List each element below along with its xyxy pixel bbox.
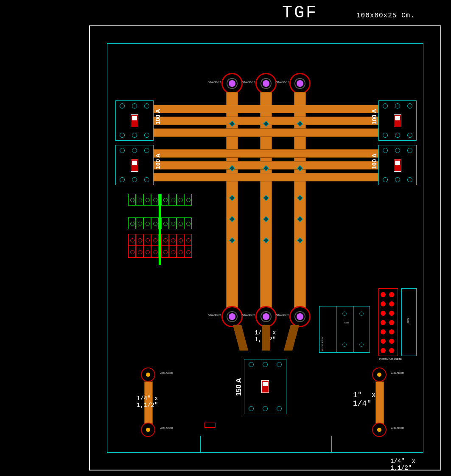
din-brand-label: ABB xyxy=(407,318,409,323)
small-marker xyxy=(204,423,216,428)
breaker-main xyxy=(244,359,286,414)
bushing-label: AISLADOR xyxy=(238,81,255,83)
panel-cutout xyxy=(200,436,332,453)
bushing-top-3 xyxy=(289,73,311,94)
breaker-main-rating: 150 A xyxy=(235,378,243,396)
breaker-rating: 100 A xyxy=(154,109,161,125)
din-rail: ABB xyxy=(401,288,417,356)
bushing-label: AISLADOR xyxy=(204,81,221,83)
bushing-mid-1 xyxy=(221,306,243,327)
ground-dim-left: 1/4" x 1,1/2" xyxy=(137,395,158,409)
ground-insulator-left-top xyxy=(141,367,155,382)
breaker-rating: 100 A xyxy=(154,153,161,169)
din-panel xyxy=(378,288,398,356)
busbar-dimension-bottom: 1/4" x 1,1/2" xyxy=(390,458,415,471)
busbar-row-3 xyxy=(154,128,378,137)
busbar-row-1 xyxy=(154,105,378,113)
ground-insulator-left-bottom xyxy=(141,423,155,437)
din-note: PORTA FUSESETE xyxy=(379,358,402,360)
bushing-label: AISLADOR xyxy=(272,314,289,316)
breaker-top-left-2 xyxy=(115,145,154,185)
bushing-label: AISLADOR xyxy=(387,427,404,429)
fuse-label: FUSE ASSY xyxy=(321,337,324,351)
terminal-block-red xyxy=(128,234,192,258)
panel-outline-outer: AISLADOR AISLADOR AISLADOR 100 A 100 A xyxy=(89,25,441,470)
breaker-rating: 100 A xyxy=(371,153,378,169)
bushing-label: AISLADOR xyxy=(387,372,404,374)
ground-insulator-right-bottom xyxy=(372,423,387,437)
fuse-brand-label: ABB xyxy=(344,321,349,324)
fuse-block: FUSE ASSY ABB xyxy=(319,306,370,353)
bushing-label: AISLADOR xyxy=(238,314,255,316)
breaker-top-right-1 xyxy=(378,100,417,141)
ground-insulator-right-top xyxy=(372,367,387,382)
bushing-label: AISLADOR xyxy=(156,372,173,374)
bushing-label: AISLADOR xyxy=(204,314,221,316)
busbar-drop-2 xyxy=(262,325,270,351)
bushing-mid-2 xyxy=(255,306,277,327)
breaker-top-left-1 xyxy=(115,100,154,141)
ground-bar-right xyxy=(375,381,384,424)
bushing-top-1 xyxy=(221,73,243,94)
breaker-top-right-2 xyxy=(378,145,417,185)
drawing-title: TGF xyxy=(282,3,318,22)
busbar-row-6 xyxy=(154,173,378,181)
busbar-row-4 xyxy=(154,149,378,158)
bushing-label: AISLADOR xyxy=(156,427,173,429)
breaker-rating: 100 A xyxy=(371,109,378,125)
bushing-top-2 xyxy=(255,73,277,94)
panel-dimensions: 100x80x25 Cm. xyxy=(356,12,415,19)
bushing-label: AISLADOR xyxy=(272,81,289,83)
bushing-mid-3 xyxy=(289,306,311,327)
ground-dim-right: 1" x 1/4" xyxy=(353,391,376,408)
